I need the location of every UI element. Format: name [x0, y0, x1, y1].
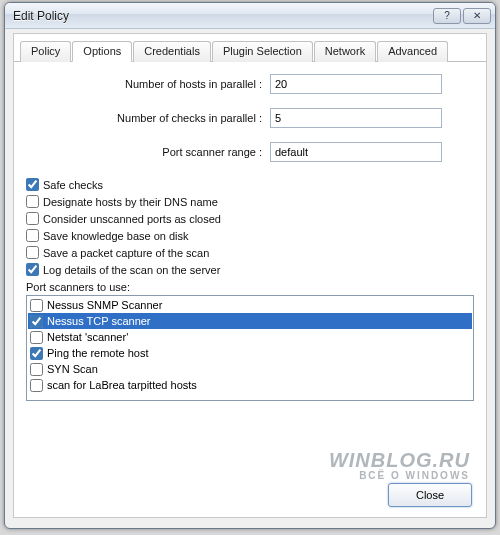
option-label: Log details of the scan on the server [43, 264, 220, 276]
tab-label: Credentials [144, 45, 200, 57]
option-checkbox[interactable] [26, 195, 39, 208]
option-row: Designate hosts by their DNS name [26, 193, 474, 210]
list-item-label: scan for LaBrea tarpitted hosts [47, 379, 197, 391]
help-icon: ? [444, 10, 450, 21]
input-checks-parallel[interactable] [270, 108, 442, 128]
option-checkbox[interactable] [26, 229, 39, 242]
list-checkbox[interactable] [30, 315, 43, 328]
list-item-label: Nessus SNMP Scanner [47, 299, 162, 311]
row-port-range: Port scanner range : [26, 142, 474, 162]
row-checks-parallel: Number of checks in parallel : [26, 108, 474, 128]
tab-policy[interactable]: Policy [20, 41, 71, 62]
option-checkbox[interactable] [26, 212, 39, 225]
tab-label: Options [83, 45, 121, 57]
scanners-listbox[interactable]: Nessus SNMP ScannerNessus TCP scannerNet… [26, 295, 474, 401]
option-label: Save a packet capture of the scan [43, 247, 209, 259]
list-item[interactable]: Ping the remote host [28, 345, 472, 361]
list-item[interactable]: SYN Scan [28, 361, 472, 377]
list-item-label: Netstat 'scanner' [47, 331, 128, 343]
label-hosts-parallel: Number of hosts in parallel : [26, 78, 270, 90]
row-hosts-parallel: Number of hosts in parallel : [26, 74, 474, 94]
option-label: Safe checks [43, 179, 103, 191]
list-item-label: Ping the remote host [47, 347, 149, 359]
option-checkbox[interactable] [26, 178, 39, 191]
input-port-range[interactable] [270, 142, 442, 162]
list-checkbox[interactable] [30, 363, 43, 376]
option-row: Safe checks [26, 176, 474, 193]
close-icon: ✕ [473, 10, 481, 21]
window-title: Edit Policy [13, 9, 433, 23]
list-item[interactable]: scan for LaBrea tarpitted hosts [28, 377, 472, 393]
scanners-label: Port scanners to use: [26, 281, 474, 293]
client-area: PolicyOptionsCredentialsPlugin Selection… [13, 33, 487, 518]
watermark-line1: WINBLOG.RU [329, 449, 470, 472]
help-button[interactable]: ? [433, 8, 461, 24]
tab-label: Network [325, 45, 365, 57]
label-checks-parallel: Number of checks in parallel : [26, 112, 270, 124]
list-checkbox[interactable] [30, 299, 43, 312]
option-label: Designate hosts by their DNS name [43, 196, 218, 208]
close-button[interactable]: Close [388, 483, 472, 507]
watermark-line2: ВСЁ О WINDOWS [329, 470, 470, 481]
option-checkbox[interactable] [26, 263, 39, 276]
list-checkbox[interactable] [30, 331, 43, 344]
option-row: Save a packet capture of the scan [26, 244, 474, 261]
tab-credentials[interactable]: Credentials [133, 41, 211, 62]
option-row: Log details of the scan on the server [26, 261, 474, 278]
list-item-label: SYN Scan [47, 363, 98, 375]
dialog-footer: Close [388, 483, 472, 507]
tab-advanced[interactable]: Advanced [377, 41, 448, 62]
window-close-button[interactable]: ✕ [463, 8, 491, 24]
tab-label: Advanced [388, 45, 437, 57]
list-item[interactable]: Nessus SNMP Scanner [28, 297, 472, 313]
tab-label: Policy [31, 45, 60, 57]
tab-label: Plugin Selection [223, 45, 302, 57]
list-item[interactable]: Netstat 'scanner' [28, 329, 472, 345]
watermark: WINBLOG.RU ВСЁ О WINDOWS [329, 449, 470, 481]
dialog-window: Edit Policy ? ✕ PolicyOptionsCredentials… [4, 2, 496, 529]
option-label: Consider unscanned ports as closed [43, 213, 221, 225]
option-row: Save knowledge base on disk [26, 227, 474, 244]
option-checklist: Safe checksDesignate hosts by their DNS … [26, 176, 474, 278]
title-controls: ? ✕ [433, 8, 491, 24]
tabstrip: PolicyOptionsCredentialsPlugin Selection… [14, 34, 486, 62]
list-item-label: Nessus TCP scanner [47, 315, 151, 327]
option-label: Save knowledge base on disk [43, 230, 189, 242]
option-row: Consider unscanned ports as closed [26, 210, 474, 227]
tab-plugin-selection[interactable]: Plugin Selection [212, 41, 313, 62]
list-checkbox[interactable] [30, 379, 43, 392]
titlebar[interactable]: Edit Policy ? ✕ [5, 3, 495, 29]
list-item[interactable]: Nessus TCP scanner [28, 313, 472, 329]
tab-network[interactable]: Network [314, 41, 376, 62]
label-port-range: Port scanner range : [26, 146, 270, 158]
tab-options[interactable]: Options [72, 41, 132, 62]
option-checkbox[interactable] [26, 246, 39, 259]
input-hosts-parallel[interactable] [270, 74, 442, 94]
list-checkbox[interactable] [30, 347, 43, 360]
tab-content-options: Number of hosts in parallel : Number of … [14, 62, 486, 409]
